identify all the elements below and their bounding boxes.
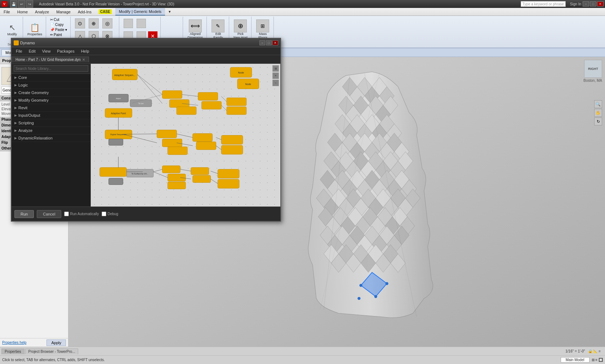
svg-rect-61 <box>218 169 239 178</box>
zoom-btn[interactable]: 🔍 <box>594 100 602 108</box>
svg-rect-45 <box>221 145 243 154</box>
io-arrow: ▶ <box>14 114 17 117</box>
dynamo-zoom-in-btn[interactable]: + <box>272 72 279 79</box>
svg-line-48 <box>177 134 193 138</box>
menu-analyze[interactable]: Analyze <box>31 8 53 15</box>
edit-family-icon: ✎ <box>212 19 224 32</box>
svg-point-5 <box>374 295 377 298</box>
title-bar: V 💾 ↩ ↪ Autodesk Vasari Beta 3.0 - Not F… <box>0 0 605 8</box>
dynamo-zoom-out-btn[interactable]: − <box>272 80 279 86</box>
dynamo-menu-file[interactable]: File <box>13 47 25 55</box>
node-category-core[interactable]: ▶ Core <box>12 74 90 81</box>
dynamo-fit-btn[interactable]: ⊞ <box>272 65 279 72</box>
dimension-icon: ⟺ <box>189 19 202 32</box>
node-category-dynamic-relaxation[interactable]: ▶ DynamicRelaxation <box>12 134 90 142</box>
ribbon-btn-geo3[interactable]: ◎ <box>101 18 114 29</box>
menu-manage[interactable]: Manage <box>53 8 74 15</box>
svg-text:Node: Node <box>238 71 244 74</box>
properties-help-link[interactable]: Properties help <box>2 341 26 345</box>
ribbon-btn-modify[interactable]: ↖ Modify <box>6 22 19 37</box>
node-category-create-geometry[interactable]: ▶ Create Geometry <box>12 89 90 97</box>
ribbon-btn-edit-family[interactable]: ✎ EditFamily <box>210 19 226 40</box>
node-search-input[interactable] <box>14 65 88 72</box>
dynamo-canvas[interactable]: Adaptive Sequen... Node Node input <box>91 64 280 207</box>
dynamo-cancel-button[interactable]: Cancel <box>37 210 61 218</box>
menu-file[interactable]: File <box>0 8 14 15</box>
maximize-button[interactable]: □ <box>590 1 596 6</box>
undo-icon[interactable]: ↩ <box>18 0 25 8</box>
ribbon-btn-cut[interactable]: ✂Cut <box>49 17 61 22</box>
pick-host-icon: ⊕ <box>234 19 247 32</box>
svg-rect-56 <box>162 166 180 173</box>
dynamo-menubar: File Edit View Packages Help <box>12 47 280 55</box>
ribbon-btn-geo1[interactable]: ⊙ <box>74 18 86 29</box>
menu-bar: File Home Analyze Manage Add-Ins CASE Mo… <box>0 8 605 16</box>
node-search <box>12 64 90 74</box>
menu-home[interactable]: Home <box>14 8 31 15</box>
menu-expand[interactable]: ▾ <box>165 8 174 15</box>
view-cube[interactable]: RIGHT <box>584 60 602 78</box>
ribbon-btn-mass-floors[interactable]: ⊞ MassFloors <box>255 19 271 40</box>
svg-rect-53 <box>109 178 123 185</box>
menu-addins[interactable]: Add-Ins <box>74 8 95 15</box>
tab-properties[interactable]: Properties <box>1 349 25 354</box>
menu-case[interactable]: CASE <box>95 8 115 15</box>
node-library: ▶ Core ▶ Logic ▶ Create Geometry ▶ Modif… <box>12 74 90 207</box>
node-category-analyze[interactable]: ▶ Analyze <box>12 127 90 134</box>
run-auto-checkbox[interactable] <box>64 212 69 216</box>
sign-in-label[interactable]: Sign In <box>570 2 581 6</box>
geo2-icon: ⊕ <box>89 18 99 28</box>
ribbon-btn-copy[interactable]: 📄Copy <box>49 22 64 27</box>
ribbon-btn-aligned-dim[interactable]: ⟺ AlignedDimension <box>186 19 204 40</box>
dynamo-title: Dynamo <box>20 41 35 45</box>
save-icon[interactable]: 💾 <box>10 0 17 8</box>
ribbon-btn-mod2[interactable] <box>135 18 147 29</box>
ribbon-btn-paste[interactable]: 📌Paste ▾ <box>49 27 68 32</box>
pan-btn[interactable]: ✋ <box>594 109 602 117</box>
svg-line-29 <box>137 75 162 95</box>
svg-rect-19 <box>169 99 189 107</box>
ribbon-btn-paint[interactable]: ✏Paint <box>49 32 63 37</box>
debug-check[interactable]: Debug <box>102 212 118 216</box>
search-bar[interactable]: Type a keyword or phrase <box>521 1 566 7</box>
ribbon-btn-geo2[interactable]: ⊕ <box>87 18 100 29</box>
svg-rect-40 <box>162 139 182 147</box>
scripting-arrow: ▶ <box>14 121 17 125</box>
orbit-btn[interactable]: ↻ <box>594 117 602 125</box>
svg-rect-41 <box>168 147 187 155</box>
dynamo-close-btn[interactable]: ✕ <box>272 40 278 45</box>
minimize-button[interactable]: − <box>583 1 589 6</box>
debug-checkbox[interactable] <box>102 212 106 216</box>
dynamo-menu-edit[interactable]: Edit <box>26 47 39 55</box>
dynamo-body: ▶ Core ▶ Logic ▶ Create Geometry ▶ Modif… <box>12 64 280 207</box>
geo3-icon: ◎ <box>102 18 112 28</box>
tab-project-browser[interactable]: Project Browser - TowerPro... <box>25 349 79 354</box>
dynamo-tab-home[interactable]: Home - Part 7 - UV Grid Responsive.dyn ✕ <box>12 57 89 62</box>
redo-icon[interactable]: ↪ <box>26 0 33 8</box>
svg-line-35 <box>221 105 227 111</box>
svg-rect-21 <box>198 92 218 100</box>
ribbon-btn-properties[interactable]: 📋 Properties <box>26 22 44 37</box>
ribbon-btn-pick-host[interactable]: ⊕ PickNew Host <box>232 19 249 40</box>
node-category-revit[interactable]: ▶ Revit <box>12 104 90 112</box>
dynamo-run-button[interactable]: Run <box>14 210 34 218</box>
ribbon-btn-mod1[interactable] <box>122 18 134 29</box>
cut-icon: ✂ <box>50 18 53 22</box>
node-category-scripting[interactable]: ▶ Scripting <box>12 119 90 127</box>
dynamo-menu-packages[interactable]: Packages <box>54 47 77 55</box>
dynamo-controls: − □ ✕ <box>259 40 278 45</box>
dynamo-minimize-btn[interactable]: − <box>259 40 265 45</box>
node-category-logic[interactable]: ▶ Logic <box>12 81 90 89</box>
apply-button[interactable]: Apply <box>46 339 66 346</box>
dynamo-menu-help[interactable]: Help <box>78 47 92 55</box>
svg-rect-24 <box>227 107 246 115</box>
close-button[interactable]: ✕ <box>597 1 604 6</box>
dynamo-menu-view[interactable]: View <box>39 47 54 55</box>
node-category-modify-geometry[interactable]: ▶ Modify Geometry <box>12 97 90 104</box>
main-model-dropdown[interactable]: Main Model <box>561 357 590 363</box>
dynamo-tab-close[interactable]: ✕ <box>82 58 85 62</box>
menu-modify[interactable]: Modify | Generic Models <box>115 8 165 15</box>
dynamo-maximize-btn[interactable]: □ <box>266 40 272 45</box>
node-category-input-output[interactable]: ▶ Input/Output <box>12 112 90 119</box>
run-auto-check[interactable]: Run Automatically <box>64 212 99 216</box>
